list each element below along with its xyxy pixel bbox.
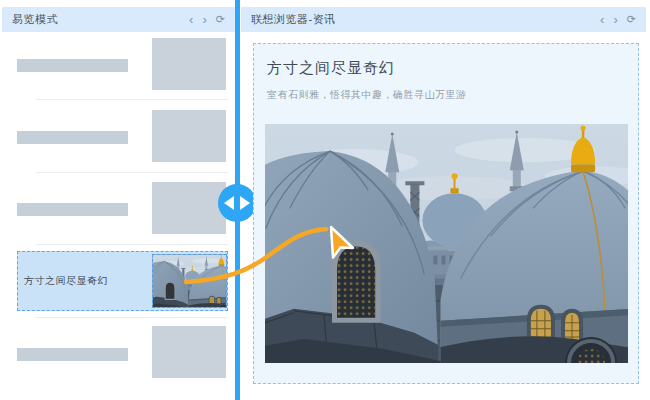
resize-arrows-icon	[224, 194, 250, 212]
back-icon[interactable]: ‹	[600, 13, 604, 26]
right-pane-header: 联想浏览器-资讯 ‹ › ⟳	[241, 7, 646, 32]
image-placeholder	[152, 38, 226, 90]
selected-item-title: 方寸之间尽显奇幻	[24, 274, 108, 288]
image-placeholder	[152, 326, 226, 378]
right-pane-title: 联想浏览器-资讯	[251, 12, 336, 27]
list-item-selected[interactable]: 方寸之间尽显奇幻	[17, 251, 228, 311]
forward-icon[interactable]: ›	[613, 13, 617, 26]
back-icon[interactable]: ‹	[189, 13, 193, 26]
list-divider	[35, 99, 228, 100]
image-placeholder	[152, 182, 226, 234]
left-pane-header: 易览模式 ‹ › ⟳	[2, 7, 235, 32]
right-nav-icons: ‹ › ⟳	[600, 13, 636, 26]
forward-icon[interactable]: ›	[202, 13, 206, 26]
text-placeholder	[17, 203, 128, 216]
text-placeholder	[17, 59, 128, 72]
left-nav-icons: ‹ › ⟳	[189, 13, 225, 26]
list-divider	[35, 172, 228, 173]
article-subtitle: 室有石则雅，悟得其中趣，确胜寻山万里游	[267, 88, 467, 102]
refresh-icon[interactable]: ⟳	[216, 14, 225, 25]
selected-item-thumbnail	[152, 254, 227, 308]
article-title: 方寸之间尽显奇幻	[267, 59, 395, 78]
article-selection-area: 方寸之间尽显奇幻 室有石则雅，悟得其中趣，确胜寻山万里游	[253, 43, 639, 384]
article-image	[265, 124, 628, 363]
list-divider	[35, 317, 228, 318]
screen: 易览模式 ‹ › ⟳ 方寸之间尽显奇幻	[0, 0, 650, 400]
text-placeholder	[17, 131, 128, 144]
refresh-icon[interactable]: ⟳	[627, 14, 636, 25]
pane-resize-handle[interactable]	[218, 184, 256, 222]
image-placeholder	[152, 110, 226, 162]
text-placeholder	[17, 348, 128, 361]
list-divider	[35, 244, 228, 245]
left-pane-title: 易览模式	[12, 12, 58, 27]
